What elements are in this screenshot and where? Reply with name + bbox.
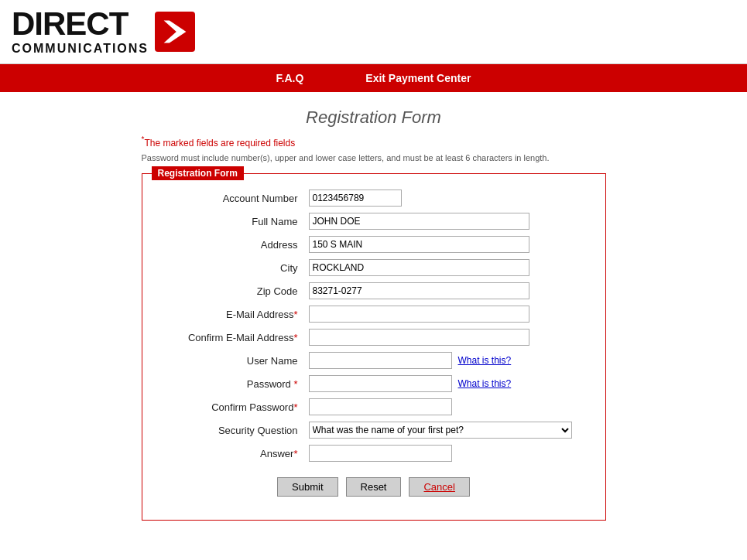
confirm-password-input[interactable] bbox=[309, 398, 452, 415]
logo-bar: DIRECT COMMUNICATIONS bbox=[0, 0, 747, 64]
exit-payment-center-link[interactable]: Exit Payment Center bbox=[365, 72, 471, 84]
username-input[interactable] bbox=[309, 352, 452, 369]
username-what-is-this[interactable]: What is this? bbox=[458, 355, 512, 366]
city-input[interactable] bbox=[309, 259, 529, 276]
answer-row: Answer* bbox=[158, 445, 590, 462]
account-number-row: Account Number bbox=[158, 190, 590, 207]
address-row: Address bbox=[158, 236, 590, 253]
email-row: E-Mail Address* bbox=[158, 306, 590, 323]
page-title: Registration Form bbox=[306, 108, 441, 128]
zip-code-row: Zip Code bbox=[158, 282, 590, 299]
password-input[interactable] bbox=[309, 375, 452, 392]
confirm-password-row: Confirm Password* bbox=[158, 398, 590, 415]
zip-code-label: Zip Code bbox=[158, 285, 309, 297]
logo-sub: COMMUNICATIONS bbox=[12, 42, 149, 56]
city-row: City bbox=[158, 259, 590, 276]
logo-text: DIRECT bbox=[12, 8, 149, 40]
address-input[interactable] bbox=[309, 236, 529, 253]
reset-button[interactable]: Reset bbox=[346, 477, 402, 497]
answer-label: Answer* bbox=[158, 448, 309, 459]
security-question-label: Security Question bbox=[158, 425, 309, 436]
password-row: Password * What is this? bbox=[158, 375, 590, 392]
confirm-password-label: Confirm Password* bbox=[158, 401, 309, 413]
account-number-input[interactable] bbox=[309, 190, 402, 207]
page-content: Registration Form *The marked fields are… bbox=[0, 92, 747, 536]
cancel-button[interactable]: Cancel bbox=[409, 477, 469, 497]
username-label: User Name bbox=[158, 355, 309, 367]
logo-icon bbox=[155, 12, 195, 52]
full-name-input[interactable] bbox=[309, 213, 529, 230]
form-box: Registration Form Account Number Full Na… bbox=[142, 173, 606, 521]
security-question-select[interactable]: What was the name of your first pet? Wha… bbox=[309, 422, 572, 439]
faq-link[interactable]: F.A.Q bbox=[276, 72, 304, 84]
button-row: Submit Reset Cancel bbox=[158, 477, 590, 497]
account-number-label: Account Number bbox=[158, 193, 309, 204]
full-name-row: Full Name bbox=[158, 213, 590, 230]
required-note-text: The marked fields are required fields bbox=[144, 138, 295, 149]
confirm-email-row: Confirm E-Mail Address* bbox=[158, 329, 590, 346]
zip-code-input[interactable] bbox=[309, 282, 529, 299]
security-question-row: Security Question What was the name of y… bbox=[158, 422, 590, 439]
address-label: Address bbox=[158, 239, 309, 251]
username-row: User Name What is this? bbox=[158, 352, 590, 369]
svg-marker-0 bbox=[164, 21, 187, 43]
password-what-is-this[interactable]: What is this? bbox=[458, 378, 512, 389]
city-label: City bbox=[158, 262, 309, 274]
answer-input[interactable] bbox=[309, 445, 452, 462]
arrow-icon bbox=[161, 18, 189, 46]
email-label: E-Mail Address* bbox=[158, 309, 309, 320]
full-name-label: Full Name bbox=[158, 216, 309, 227]
password-label: Password * bbox=[158, 378, 309, 390]
email-input[interactable] bbox=[309, 306, 529, 323]
required-note: *The marked fields are required fields bbox=[142, 135, 606, 149]
submit-button[interactable]: Submit bbox=[277, 477, 338, 497]
form-legend: Registration Form bbox=[152, 166, 244, 180]
confirm-email-label: Confirm E-Mail Address* bbox=[158, 332, 309, 343]
confirm-email-input[interactable] bbox=[309, 329, 529, 346]
nav-bar: F.A.Q Exit Payment Center bbox=[0, 64, 747, 92]
password-note: Password must include number(s), upper a… bbox=[142, 153, 606, 162]
